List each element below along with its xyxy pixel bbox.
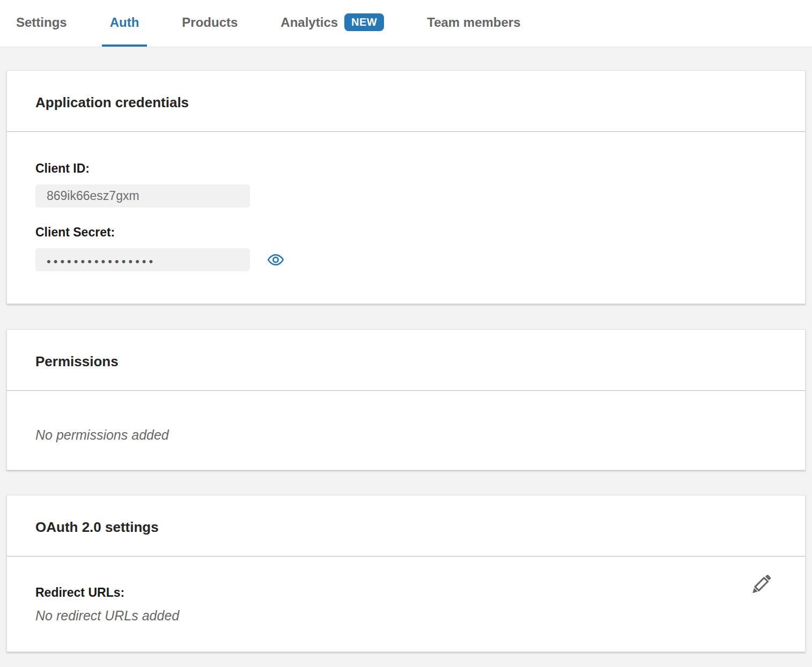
application-credentials-body: Client ID: 869ik66esz7gxm Client Secret:… [7,132,805,303]
redirect-urls-label: Redirect URLs: [35,586,777,600]
permissions-card: Permissions No permissions added [6,329,806,470]
tab-settings-label: Settings [16,15,67,30]
reveal-secret-button[interactable] [267,253,285,266]
tab-analytics-label: Analytics [280,15,338,30]
oauth-settings-title: OAuth 2.0 settings [35,519,777,536]
edit-redirect-urls-button[interactable] [749,573,773,596]
client-id-label: Client ID: [35,161,777,176]
client-secret-label: Client Secret: [35,225,777,240]
pencil-icon [749,573,773,596]
permissions-header: Permissions [7,330,805,391]
oauth-settings-header: OAuth 2.0 settings [7,495,805,557]
tab-team-members-label: Team members [427,15,520,30]
permissions-body: No permissions added [7,391,805,470]
tab-analytics[interactable]: Analytics NEW [272,0,392,47]
client-id-field[interactable]: 869ik66esz7gxm [35,184,250,207]
redirect-urls-empty-text: No redirect URLs added [35,608,777,624]
eye-icon [267,253,285,266]
oauth-settings-body: Redirect URLs: No redirect URLs added [7,557,805,651]
tab-products-label: Products [182,15,238,30]
tab-bar: Settings Auth Products Analytics NEW Tea… [0,0,812,47]
tab-team-members[interactable]: Team members [419,0,528,47]
permissions-empty-text: No permissions added [35,427,777,443]
new-badge: NEW [344,13,384,31]
oauth-settings-card: OAuth 2.0 settings Redirect URLs: No red… [6,495,806,652]
application-credentials-card: Application credentials Client ID: 869ik… [6,70,806,304]
tab-auth-label: Auth [110,15,139,30]
tab-auth[interactable]: Auth [102,0,147,47]
permissions-title: Permissions [35,353,777,370]
client-secret-field[interactable]: •••••••••••••••• [35,248,250,271]
page-content: Application credentials Client ID: 869ik… [0,70,812,652]
application-credentials-header: Application credentials [7,71,805,132]
application-credentials-title: Application credentials [35,94,777,111]
tab-settings[interactable]: Settings [8,0,75,47]
tab-products[interactable]: Products [174,0,246,47]
